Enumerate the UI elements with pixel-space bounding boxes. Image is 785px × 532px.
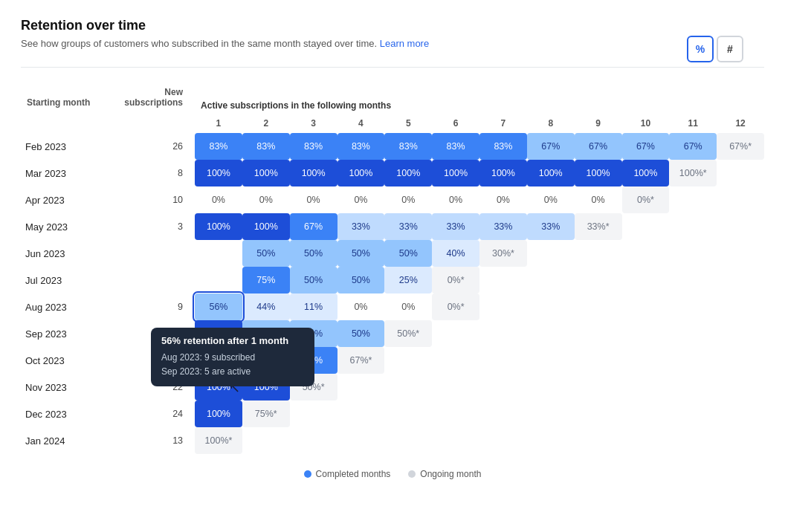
cell-r3-c1: 100% xyxy=(242,213,290,240)
row-subs-Feb-2023: 26 xyxy=(111,133,195,160)
cell-r2-c6: 0% xyxy=(479,186,527,213)
cell-r4-c7 xyxy=(527,240,575,267)
col-header-starting-month: Starting month xyxy=(21,82,111,114)
cell-r9-c7 xyxy=(527,374,575,400)
percent-toggle-button[interactable]: % xyxy=(687,36,714,62)
col-header-active-group: Active subscriptions in the following mo… xyxy=(195,82,764,114)
row-subs-Mar-2023: 8 xyxy=(111,160,195,186)
legend-dot-completed xyxy=(304,470,311,478)
cell-r8-c1: 83% xyxy=(242,347,290,374)
toggle-button-group: % # xyxy=(687,36,743,62)
cell-r1-c0: 100% xyxy=(195,160,242,186)
col-header-month-5: 5 xyxy=(384,114,432,133)
col-header-month-6: 6 xyxy=(432,114,479,133)
col-header-month-1: 1 xyxy=(195,114,242,133)
cell-r8-c11 xyxy=(717,347,764,374)
cell-r7-c0: 100% xyxy=(195,320,242,347)
cell-r7-c5 xyxy=(432,320,479,347)
cell-r10-c10 xyxy=(669,400,717,427)
cell-r8-c6 xyxy=(479,347,527,374)
cell-r10-c1: 75%* xyxy=(242,400,290,427)
cell-r11-c7 xyxy=(527,427,575,454)
row-subs-Jun-2023 xyxy=(111,240,195,267)
row-label-Aug-2023: Aug 2023 xyxy=(21,293,111,320)
cell-r11-c3 xyxy=(337,427,385,454)
cell-r7-c9 xyxy=(622,320,670,347)
cell-r8-c3: 67%* xyxy=(337,347,385,374)
cell-r0-c1: 83% xyxy=(242,133,290,160)
row-label-Jul-2023: Jul 2023 xyxy=(21,267,111,293)
cell-r6-c1: 44% xyxy=(242,293,290,320)
table-row: May 20233100%100%67%33%33%33%33%33%33%* xyxy=(21,213,764,240)
cell-r0-c11: 67%* xyxy=(717,133,764,160)
cell-r9-c1: 100% xyxy=(242,374,290,400)
legend-completed: Completed months xyxy=(304,469,391,479)
cell-r2-c0: 0% xyxy=(195,186,242,213)
cell-r9-c3 xyxy=(337,374,385,400)
cell-r5-c0 xyxy=(195,267,242,293)
cell-r9-c6 xyxy=(479,374,527,400)
cell-r2-c2: 0% xyxy=(290,186,337,213)
cell-r11-c9 xyxy=(622,427,670,454)
col-header-month-8: 8 xyxy=(527,114,575,133)
col-header-new-subs: New subscriptions xyxy=(111,82,195,114)
cell-r1-c5: 100% xyxy=(432,160,479,186)
cell-r9-c11 xyxy=(717,374,764,400)
row-subs-Nov-2023: 22 xyxy=(111,374,195,400)
cell-r11-c10 xyxy=(669,427,717,454)
cell-r7-c2: 50% xyxy=(290,320,337,347)
cell-r7-c10 xyxy=(669,320,717,347)
row-label-Jan-2024: Jan 2024 xyxy=(21,427,111,454)
row-subs-Jan-2024: 13 xyxy=(111,427,195,454)
cell-r4-c8 xyxy=(575,240,622,267)
cell-r5-c10 xyxy=(669,267,717,293)
cell-r6-c8 xyxy=(575,293,622,320)
hash-toggle-button[interactable]: # xyxy=(717,36,743,62)
cell-r10-c2 xyxy=(290,400,337,427)
cell-r6-c11 xyxy=(717,293,764,320)
cell-r1-c8: 100% xyxy=(575,160,622,186)
cell-r0-c3: 83% xyxy=(337,133,385,160)
cell-r7-c8 xyxy=(575,320,622,347)
cell-r3-c10 xyxy=(669,213,717,240)
legend-dot-ongoing xyxy=(408,470,416,478)
row-label-Feb-2023: Feb 2023 xyxy=(21,133,111,160)
cell-r1-c4: 100% xyxy=(384,160,432,186)
cell-r5-c5: 0%* xyxy=(432,267,479,293)
cell-r3-c9 xyxy=(622,213,670,240)
row-subs-Oct-2023: 6 xyxy=(111,347,195,374)
cell-r9-c8 xyxy=(575,374,622,400)
row-subs-Sep-2023: 12 xyxy=(111,320,195,347)
cell-r8-c10 xyxy=(669,347,717,374)
cell-r4-c10 xyxy=(669,240,717,267)
cell-r7-c4: 50%* xyxy=(384,320,432,347)
cell-r7-c1: 50% xyxy=(242,320,290,347)
cell-r5-c9 xyxy=(622,267,670,293)
cell-r9-c10 xyxy=(669,374,717,400)
cell-r8-c0: 100% xyxy=(195,347,242,374)
legend-completed-label: Completed months xyxy=(316,469,391,479)
cell-r10-c6 xyxy=(479,400,527,427)
cell-r0-c7: 67% xyxy=(527,133,575,160)
cell-r5-c3: 50% xyxy=(337,267,385,293)
cell-r9-c4 xyxy=(384,374,432,400)
learn-more-link[interactable]: Learn more xyxy=(380,38,429,49)
cell-r6-c6 xyxy=(479,293,527,320)
cell-r10-c5 xyxy=(432,400,479,427)
cell-r2-c3: 0% xyxy=(337,186,385,213)
cell-r10-c0: 100% xyxy=(195,400,242,427)
cell-r10-c9 xyxy=(622,400,670,427)
col-header-month-11: 11 xyxy=(669,114,717,133)
empty-header-1 xyxy=(21,114,111,133)
cell-r8-c5 xyxy=(432,347,479,374)
cell-r5-c2: 50% xyxy=(290,267,337,293)
cell-r6-c0: 56% xyxy=(195,293,242,320)
cell-r2-c7: 0% xyxy=(527,186,575,213)
table-row: Jan 202413100%* xyxy=(21,427,764,454)
table-row: Nov 202322100%100%50%* xyxy=(21,374,764,400)
cell-r8-c8 xyxy=(575,347,622,374)
table-row: Jul 202375%50%50%25%0%* xyxy=(21,267,764,293)
cell-r1-c11 xyxy=(717,160,764,186)
cell-r6-c9 xyxy=(622,293,670,320)
row-label-May-2023: May 2023 xyxy=(21,213,111,240)
